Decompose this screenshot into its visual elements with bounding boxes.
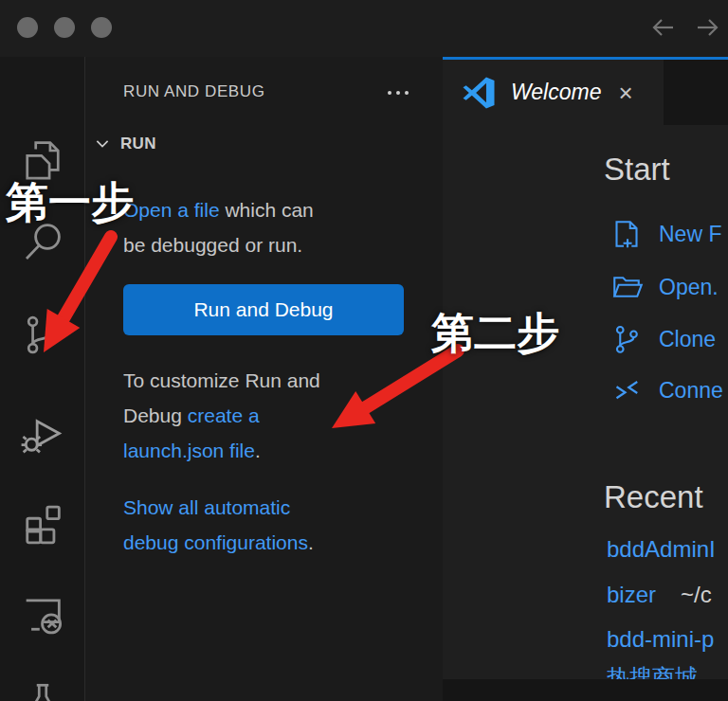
traffic-light-minimize[interactable] xyxy=(54,17,75,38)
start-heading: Start xyxy=(604,152,670,188)
tab-label: Welcome xyxy=(511,80,601,105)
titlebar xyxy=(0,0,728,58)
run-and-debug-icon[interactable] xyxy=(0,404,84,457)
nav-back-icon[interactable] xyxy=(646,11,679,44)
start-item-open[interactable]: Open. xyxy=(610,270,719,304)
recent-item[interactable]: bddAdminI xyxy=(607,536,716,563)
run-section-label: RUN xyxy=(120,135,156,153)
show-all-auto-debug-link-2[interactable]: debug configurations xyxy=(123,531,308,553)
editor-bottom-strip xyxy=(443,679,728,701)
chevron-down-icon xyxy=(93,135,112,153)
git-clone-icon xyxy=(610,322,644,356)
annotation-step1: 第一步 xyxy=(6,174,134,231)
open-folder-icon xyxy=(610,270,644,304)
vscode-logo-icon xyxy=(462,76,496,110)
tab-bar: Welcome × xyxy=(443,57,728,125)
run-and-debug-button[interactable]: Run and Debug xyxy=(123,284,404,335)
tab-welcome[interactable]: Welcome × xyxy=(443,60,664,125)
open-a-file-link[interactable]: Open a file xyxy=(123,199,220,221)
extensions-icon[interactable] xyxy=(0,498,84,548)
editor-group: Welcome × Start New F Open. xyxy=(443,57,728,701)
annotation-step2: 第二步 xyxy=(431,305,559,362)
open-file-hint: Open a file which can be debugged or run… xyxy=(123,192,314,262)
run-section-header[interactable]: RUN xyxy=(93,135,156,153)
remote-explorer-icon[interactable] xyxy=(0,589,84,638)
start-item-new-file[interactable]: New F xyxy=(610,217,721,251)
new-file-icon xyxy=(610,217,644,251)
run-and-debug-panel: RUN AND DEBUG RUN Open a file which can … xyxy=(85,57,443,701)
customize-hint: To customize Run and Debug create a laun… xyxy=(123,363,320,468)
nav-forward-icon[interactable] xyxy=(692,11,724,44)
traffic-light-maximize[interactable] xyxy=(91,17,112,38)
create-launch-json-link-2[interactable]: launch.json file xyxy=(123,440,255,461)
welcome-page: Start New F Open. Clone xyxy=(443,125,728,679)
show-auto-configs: Show all automatic debug configurations. xyxy=(123,490,314,560)
recent-heading: Recent xyxy=(604,479,703,515)
activity-bar xyxy=(0,57,85,701)
recent-item[interactable]: 热搜商城 xyxy=(607,662,698,679)
start-item-clone[interactable]: Clone xyxy=(610,322,716,356)
traffic-light-close[interactable] xyxy=(17,17,38,38)
panel-more-actions-icon[interactable] xyxy=(381,83,415,102)
source-control-icon[interactable] xyxy=(0,311,84,358)
remote-connect-icon xyxy=(610,373,644,407)
recent-item[interactable]: bdd-mini-p xyxy=(607,626,714,653)
recent-item[interactable]: bizer~/c xyxy=(607,582,712,608)
create-launch-json-link[interactable]: create a xyxy=(188,404,260,426)
tab-close-icon[interactable]: × xyxy=(618,81,632,105)
testing-icon[interactable] xyxy=(0,678,84,701)
panel-title: RUN AND DEBUG xyxy=(123,82,265,101)
start-item-connect[interactable]: Conne xyxy=(610,373,723,407)
show-all-auto-debug-link[interactable]: Show all automatic xyxy=(123,496,290,518)
